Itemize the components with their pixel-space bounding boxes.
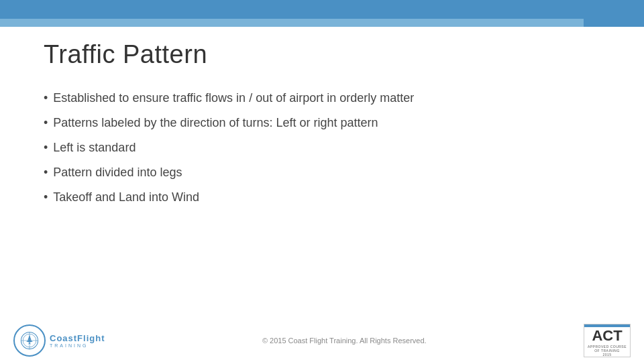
bullet-item: Patterns labeled by the direction of tur… <box>44 114 600 132</box>
accent-top-right <box>584 19 644 27</box>
bullet-item: Takeoff and Land into Wind <box>44 188 600 206</box>
top-bar <box>0 0 584 19</box>
footer: CoastFlight TRAINING © 2015 Coast Flight… <box>0 318 644 362</box>
act-logo: ACT APPROVED COURSEOF TRAINING2015 <box>584 324 631 357</box>
logo-circle <box>13 324 46 357</box>
slide-content: Traffic Pattern Established to ensure tr… <box>44 40 600 315</box>
bullet-item: Left is standard <box>44 139 600 157</box>
act-logo-text: ACT <box>592 328 622 343</box>
bullet-item: Established to ensure traffic flows in /… <box>44 89 600 107</box>
logo-sub: TRAINING <box>50 343 105 348</box>
footer-copyright: © 2015 Coast Flight Training. All Rights… <box>105 337 584 345</box>
logo-text-block: CoastFlight TRAINING <box>50 333 105 348</box>
act-logo-stripe <box>584 324 630 327</box>
bullet-list: Established to ensure traffic flows in /… <box>44 89 600 206</box>
act-logo-sub: APPROVED COURSEOF TRAINING2015 <box>586 345 628 357</box>
second-bar <box>0 19 584 27</box>
coast-flight-logo: CoastFlight TRAINING <box>13 324 105 357</box>
slide-title: Traffic Pattern <box>44 40 600 69</box>
top-bar-right <box>584 0 644 19</box>
logo-name: CoastFlight <box>50 333 105 343</box>
bullet-item: Pattern divided into legs <box>44 164 600 182</box>
